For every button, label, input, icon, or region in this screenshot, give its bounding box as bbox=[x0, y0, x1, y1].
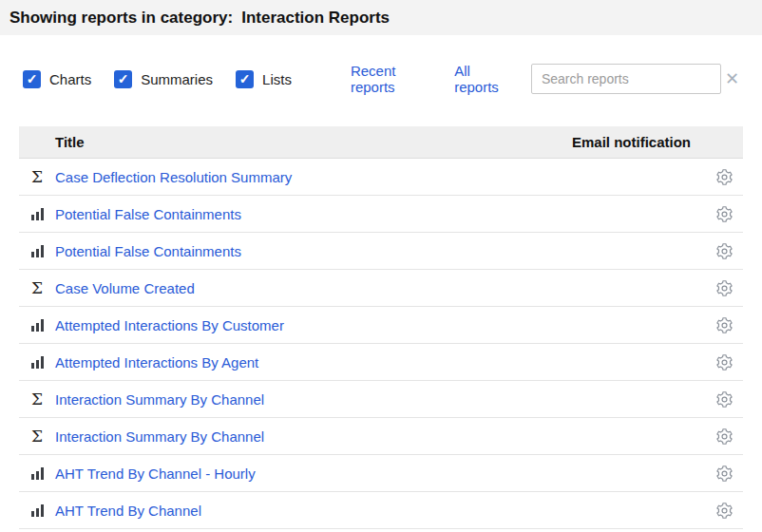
table-row: Σ Potential False Containments bbox=[19, 196, 743, 233]
category-name: Interaction Reports bbox=[241, 9, 390, 28]
gear-icon[interactable] bbox=[715, 390, 733, 408]
bar-chart-icon bbox=[31, 356, 44, 369]
bar-chart-icon bbox=[31, 208, 44, 220]
close-icon[interactable]: ✕ bbox=[721, 68, 743, 89]
gear-icon[interactable] bbox=[715, 502, 733, 520]
all-reports-link[interactable]: All reports bbox=[454, 63, 516, 95]
bar-chart-icon bbox=[31, 467, 44, 480]
report-type-icon-cell: Σ bbox=[19, 208, 55, 220]
table-row: Σ Potential False Containments bbox=[19, 233, 743, 270]
check-icon: ✓ bbox=[239, 72, 251, 86]
report-title-link[interactable]: Potential False Containments bbox=[55, 243, 241, 259]
bar-chart-icon bbox=[31, 504, 44, 517]
checkbox-label-lists: Lists bbox=[262, 71, 292, 87]
table-row: Σ Interaction Summary By Channel bbox=[19, 381, 743, 418]
header-title-column: Title bbox=[55, 134, 572, 150]
recent-reports-link[interactable]: Recent reports bbox=[351, 63, 440, 95]
table-row: Σ Case Deflection Resolution Summary bbox=[19, 159, 743, 196]
report-type-icon-cell: Σ bbox=[19, 245, 55, 257]
summary-sigma-icon: Σ bbox=[31, 280, 43, 296]
category-header-label: Showing reports in category: bbox=[10, 9, 233, 28]
table-header-row: Title Email notification bbox=[19, 126, 743, 159]
check-icon: ✓ bbox=[27, 72, 38, 86]
filter-checkbox-charts[interactable]: ✓ Charts bbox=[23, 70, 91, 88]
report-title-link[interactable]: Interaction Summary By Channel bbox=[55, 391, 264, 408]
report-table-body: Σ Case Deflection Resolution Summary Σ P… bbox=[19, 159, 743, 529]
category-header-bar: Showing reports in category: Interaction… bbox=[0, 0, 762, 35]
summary-sigma-icon: Σ bbox=[31, 428, 43, 445]
gear-icon[interactable] bbox=[715, 168, 733, 186]
report-type-icon-cell: Σ bbox=[19, 356, 55, 369]
checkbox-label-summaries: Summaries bbox=[141, 71, 213, 87]
checkbox-checked-icon[interactable]: ✓ bbox=[23, 70, 41, 88]
table-row: Σ Attempted Interactions By Customer bbox=[19, 307, 743, 344]
report-type-icon-cell: Σ bbox=[19, 504, 55, 517]
report-type-icon-cell: Σ bbox=[19, 280, 55, 296]
bar-chart-icon bbox=[31, 245, 44, 257]
bar-chart-icon bbox=[31, 319, 44, 332]
report-type-icon-cell: Σ bbox=[19, 391, 55, 408]
report-nav-links: Recent reports All reports bbox=[351, 63, 516, 95]
filter-checkbox-summaries[interactable]: ✓ Summaries bbox=[114, 70, 213, 88]
report-title-link[interactable]: Interaction Summary By Channel bbox=[55, 428, 264, 445]
check-icon: ✓ bbox=[118, 72, 129, 86]
report-title-link[interactable]: Attempted Interactions By Customer bbox=[55, 317, 284, 333]
report-type-icon-cell: Σ bbox=[19, 467, 55, 480]
gear-icon[interactable] bbox=[715, 242, 733, 260]
report-title-link[interactable]: AHT Trend By Channel - Hourly bbox=[55, 466, 256, 482]
gear-icon[interactable] bbox=[715, 465, 733, 483]
report-type-icon-cell: Σ bbox=[19, 319, 55, 332]
report-type-icon-cell: Σ bbox=[19, 428, 55, 445]
gear-icon[interactable] bbox=[715, 279, 733, 297]
report-filter-toolbar: ✓ Charts ✓ Summaries ✓ Lists Recent repo… bbox=[23, 64, 743, 94]
report-title-link[interactable]: Case Deflection Resolution Summary bbox=[55, 169, 292, 185]
gear-icon[interactable] bbox=[715, 353, 733, 371]
gear-icon[interactable] bbox=[715, 428, 733, 446]
summary-sigma-icon: Σ bbox=[31, 391, 43, 408]
table-row: Σ AHT Trend By Channel bbox=[19, 492, 743, 529]
summary-sigma-icon: Σ bbox=[31, 169, 43, 185]
checkbox-checked-icon[interactable]: ✓ bbox=[114, 70, 132, 88]
report-title-link[interactable]: Case Volume Created bbox=[55, 280, 195, 296]
table-row: Σ Attempted Interactions By Agent bbox=[19, 344, 743, 381]
checkbox-checked-icon[interactable]: ✓ bbox=[236, 70, 254, 88]
table-row: Σ Interaction Summary By Channel bbox=[19, 418, 743, 455]
report-table: Title Email notification Σ Case Deflecti… bbox=[19, 126, 743, 529]
gear-icon[interactable] bbox=[715, 316, 733, 334]
search-input[interactable] bbox=[531, 64, 721, 94]
gear-icon[interactable] bbox=[715, 205, 733, 223]
report-type-icon-cell: Σ bbox=[19, 169, 55, 185]
report-title-link[interactable]: AHT Trend By Channel bbox=[55, 503, 201, 519]
report-title-link[interactable]: Attempted Interactions By Agent bbox=[55, 354, 258, 370]
table-row: Σ Case Volume Created bbox=[19, 270, 743, 307]
report-title-link[interactable]: Potential False Containments bbox=[55, 206, 241, 222]
checkbox-label-charts: Charts bbox=[49, 71, 91, 87]
table-row: Σ AHT Trend By Channel - Hourly bbox=[19, 455, 743, 492]
filter-checkbox-lists[interactable]: ✓ Lists bbox=[236, 70, 292, 88]
header-email-notification-column: Email notification bbox=[572, 134, 705, 150]
